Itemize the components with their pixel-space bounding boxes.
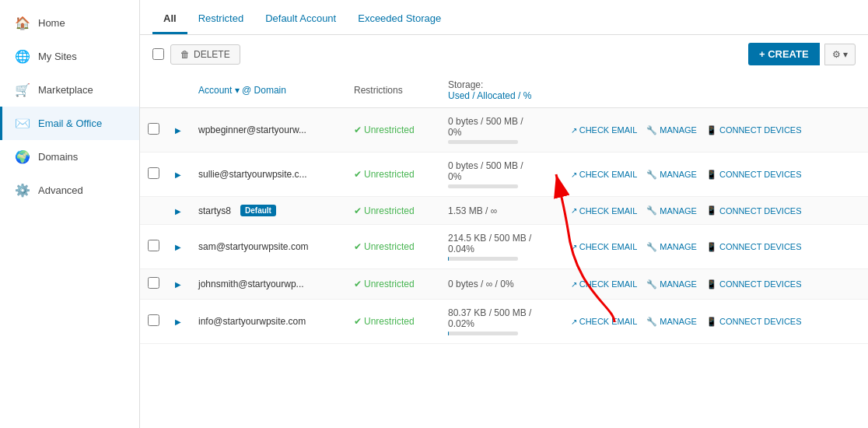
check-email-link-row3[interactable]: ↗ CHECK EMAIL: [571, 206, 638, 216]
create-button[interactable]: + CREATE: [748, 43, 820, 65]
email-table-body: ▶wpbeginner@startyourw...✔Unrestricted0 …: [140, 108, 868, 344]
toolbar: 🗑 DELETE + CREATE ⚙ ▾: [140, 35, 868, 73]
expand-arrow-row2[interactable]: ▶: [175, 170, 181, 179]
expand-arrow-row5[interactable]: ▶: [175, 280, 181, 289]
check-email-link-row2[interactable]: ↗ CHECK EMAIL: [571, 170, 638, 179]
phone-icon: 📱: [706, 317, 717, 327]
sidebar-label-home: Home: [38, 17, 65, 29]
connect-devices-link-row1[interactable]: 📱 CONNECT DEVICES: [706, 125, 802, 135]
actions-cell-row5: ↗ CHECK EMAIL 🔧 MANAGE 📱 CONNECT DEVICES: [571, 279, 860, 289]
row-checkbox-row1[interactable]: [148, 123, 159, 135]
trash-icon: 🗑: [180, 49, 190, 60]
sidebar-item-my-sites[interactable]: 🌐My Sites: [0, 40, 139, 73]
toolbar-left: 🗑 DELETE: [152, 44, 240, 65]
expand-arrow-row6[interactable]: ▶: [175, 317, 181, 326]
external-link-icon: ↗: [571, 170, 577, 179]
table-row: ▶wpbeginner@startyourw...✔Unrestricted0 …: [140, 108, 868, 153]
check-icon-row5: ✔: [354, 279, 362, 289]
actions-cell-row3: ↗ CHECK EMAIL 🔧 MANAGE 📱 CONNECT DEVICES: [571, 205, 860, 216]
manage-link-row4[interactable]: 🔧 MANAGE: [646, 242, 697, 252]
table-row: ▶sam@startyourwpsite.com✔Unrestricted214…: [140, 225, 868, 269]
row-checkbox-row2[interactable]: [148, 167, 159, 179]
storage-bar-row1: [448, 140, 518, 144]
storage-text-row3: 1.53 MB / ∞: [448, 205, 555, 216]
manage-link-row2[interactable]: 🔧 MANAGE: [646, 170, 697, 180]
connect-devices-link-row5[interactable]: 📱 CONNECT DEVICES: [706, 279, 802, 289]
sidebar-label-domains: Domains: [38, 151, 78, 163]
sidebar-icon-home: 🏠: [15, 16, 30, 30]
storage-bar-row6: [448, 332, 518, 335]
phone-icon: 📱: [706, 170, 717, 180]
account-col-header: Account ▾ @ Domain: [191, 73, 346, 108]
check-email-link-row5[interactable]: ↗ CHECK EMAIL: [571, 279, 638, 289]
select-all-checkbox[interactable]: [152, 48, 164, 60]
check-email-link-row1[interactable]: ↗ CHECK EMAIL: [571, 125, 638, 135]
restriction-row4: ✔Unrestricted: [354, 241, 432, 252]
tabs-bar: AllRestrictedDefault AccountExceeded Sto…: [140, 0, 868, 35]
actions-cell-row4: ↗ CHECK EMAIL 🔧 MANAGE 📱 CONNECT DEVICES: [571, 242, 860, 252]
storage-bar-row4: [448, 257, 518, 261]
manage-link-row6[interactable]: 🔧 MANAGE: [646, 317, 697, 327]
restriction-row5: ✔Unrestricted: [354, 279, 432, 289]
account-name-row6: info@startyourwpsite.com: [198, 316, 306, 327]
expand-col-header: [167, 73, 191, 108]
storage-pct-row6: 0.02%: [448, 318, 555, 329]
connect-devices-link-row2[interactable]: 📱 CONNECT DEVICES: [706, 170, 802, 180]
email-table-wrapper: Account ▾ @ Domain Restrictions Storage:…: [140, 73, 868, 344]
sidebar-item-marketplace[interactable]: 🛒Marketplace: [0, 73, 139, 107]
delete-label: DELETE: [194, 49, 230, 60]
tab-all[interactable]: All: [152, 8, 187, 34]
wrench-icon: 🔧: [646, 279, 657, 289]
gear-button[interactable]: ⚙ ▾: [824, 44, 856, 65]
manage-link-row1[interactable]: 🔧 MANAGE: [646, 125, 697, 135]
wrench-icon: 🔧: [646, 205, 657, 216]
account-name-row3: startys8: [198, 205, 231, 216]
row-checkbox-row4[interactable]: [148, 240, 159, 251]
sidebar: 🏠Home🌐My Sites🛒Marketplace✉️Email & Offi…: [0, 0, 140, 428]
actions-cell-row6: ↗ CHECK EMAIL 🔧 MANAGE 📱 CONNECT DEVICES: [571, 317, 860, 327]
account-cell-row3: startys8Default: [198, 205, 338, 216]
expand-arrow-row1[interactable]: ▶: [175, 126, 181, 135]
manage-link-row5[interactable]: 🔧 MANAGE: [646, 279, 697, 289]
storage-text-row5: 0 bytes / ∞ / 0%: [448, 279, 555, 289]
expand-arrow-row4[interactable]: ▶: [175, 243, 181, 251]
wrench-icon: 🔧: [646, 317, 657, 327]
sidebar-item-email-office[interactable]: ✉️Email & Office: [0, 107, 139, 140]
check-email-link-row4[interactable]: ↗ CHECK EMAIL: [571, 242, 638, 251]
phone-icon: 📱: [706, 205, 717, 216]
connect-devices-link-row3[interactable]: 📱 CONNECT DEVICES: [706, 205, 802, 216]
check-icon-row4: ✔: [354, 241, 362, 252]
external-link-icon: ↗: [571, 243, 577, 251]
phone-icon: 📱: [706, 125, 717, 135]
manage-link-row3[interactable]: 🔧 MANAGE: [646, 205, 697, 216]
row-checkbox-row6[interactable]: [148, 314, 159, 326]
restriction-row1: ✔Unrestricted: [354, 125, 432, 135]
tab-default-account[interactable]: Default Account: [254, 8, 347, 34]
gear-icon: ⚙ ▾: [832, 49, 848, 60]
account-sort-link[interactable]: Account ▾ @ Domain: [198, 85, 286, 96]
expand-arrow-row3[interactable]: ▶: [175, 207, 181, 216]
table-row: ▶johnsmith@startyourwp...✔Unrestricted0 …: [140, 269, 868, 300]
restrictions-col-header: Restrictions: [346, 73, 440, 108]
tab-restricted[interactable]: Restricted: [187, 8, 255, 34]
check-icon-row6: ✔: [354, 316, 362, 327]
storage-text-row1: 0 bytes / 500 MB /: [448, 116, 555, 127]
wrench-icon: 🔧: [646, 242, 657, 252]
external-link-icon: ↗: [571, 317, 577, 326]
checkbox-col-header: [140, 73, 167, 108]
email-table: Account ▾ @ Domain Restrictions Storage:…: [140, 73, 868, 344]
sidebar-item-advanced[interactable]: ⚙️Advanced: [0, 174, 139, 207]
tab-exceeded-storage[interactable]: Exceeded Storage: [347, 8, 452, 34]
connect-devices-link-row6[interactable]: 📱 CONNECT DEVICES: [706, 317, 802, 327]
row-checkbox-row5[interactable]: [148, 277, 159, 289]
sidebar-item-home[interactable]: 🏠Home: [0, 6, 139, 40]
phone-icon: 📱: [706, 242, 717, 252]
sidebar-label-advanced: Advanced: [38, 184, 83, 196]
account-name-row1: wpbeginner@startyourw...: [198, 125, 306, 135]
delete-button[interactable]: 🗑 DELETE: [170, 44, 240, 65]
storage-pct-row2: 0%: [448, 171, 555, 182]
connect-devices-link-row4[interactable]: 📱 CONNECT DEVICES: [706, 242, 802, 252]
check-email-link-row6[interactable]: ↗ CHECK EMAIL: [571, 317, 638, 326]
external-link-icon: ↗: [571, 126, 577, 135]
sidebar-item-domains[interactable]: 🌍Domains: [0, 140, 139, 174]
